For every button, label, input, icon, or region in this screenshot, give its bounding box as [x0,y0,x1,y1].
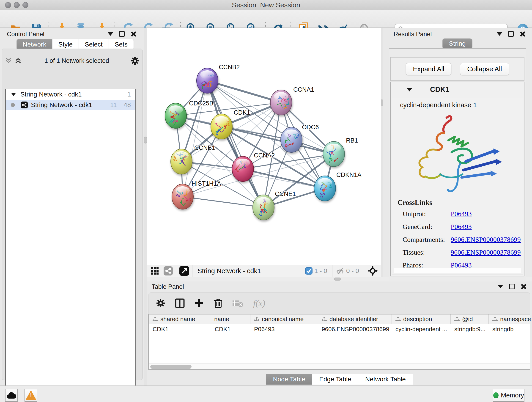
table-cell[interactable]: P06493 [250,324,318,334]
network-badge-icon[interactable] [164,266,173,275]
protein-node-CCNB2[interactable] [196,68,218,93]
current-network-name: String Network - cdk1 [197,267,261,275]
memory-button[interactable]: Memory [493,389,525,402]
protein-node-CDC6[interactable] [281,127,302,153]
function-builder-icon: f(x) [253,298,265,308]
column-header-@id[interactable]: @id [451,314,489,324]
network-options-gear-icon[interactable] [130,56,139,65]
table-hscrollbar-thumb[interactable] [150,365,191,369]
hidden-eye-icon[interactable] [336,267,344,275]
toolbar-separator [364,265,364,277]
splitter-handle[interactable] [334,278,341,281]
protein-node-CCNA1[interactable] [270,90,292,115]
panel-close-icon[interactable] [131,31,136,37]
protein-node-CDKN1A[interactable] [314,176,336,201]
window-minimize-button[interactable] [14,2,20,8]
grid-view-icon[interactable] [150,266,159,275]
crosslink-link[interactable]: 9606.ENSP00000378699 [451,249,521,256]
tab-string[interactable]: String [443,38,472,49]
collapse-all-button[interactable]: Collapse All [460,63,509,75]
table-row[interactable]: CDK1CDK1P064939606.ENSP00000378699cyclin… [149,324,530,334]
table-cell[interactable]: CDK1 [149,324,211,334]
table-cell[interactable]: cyclin-dependent ... [392,324,451,334]
tab-sets[interactable]: Sets [109,39,133,50]
column-header-database-identifier[interactable]: database identifier [318,314,392,324]
protein-description: cyclin-dependent kinase 1 [400,101,523,109]
protein-node-CCNA2[interactable] [232,155,254,182]
crosslink-link[interactable]: P06493 [451,210,472,218]
table-tabs: Node TableEdge TableNetwork Table [147,374,532,385]
protein-node-RB1[interactable] [323,141,345,167]
protein-node-CCNE1[interactable] [253,195,274,220]
table-cell[interactable]: 9606.ENSP00000378699 [318,324,392,334]
node-label-HIST1H1A: HIST1H1A [191,180,221,187]
panel-float-icon[interactable] [508,31,514,37]
panel-close-icon[interactable] [520,31,525,37]
column-header-shared-name[interactable]: shared name [149,314,211,324]
crosslink-link[interactable]: 9606.ENSP00000378699 [451,236,521,243]
panel-close-icon[interactable] [520,284,526,289]
expand-all-button[interactable]: Expand All [406,63,451,75]
birds-eye-view-icon[interactable] [179,266,189,276]
column-header-canonical-name[interactable]: canonical name [250,314,318,324]
window-zoom-button[interactable] [22,2,28,8]
crosslinks-title: CrossLinks [398,198,521,207]
network-edge-count: 48 [124,101,131,109]
protein-node-CDK1[interactable] [211,114,232,139]
table-panel-title: Table Panel [152,283,184,290]
protein-node-HIST1H1A[interactable] [172,184,193,209]
panel-menu-icon[interactable] [108,32,113,36]
tab-network[interactable]: Network [17,39,52,50]
vertical-splitter-left[interactable] [144,28,147,385]
network-tree: String Network - cdk1 1 String Network -… [5,89,136,400]
cdk1-section: CDK1 cyclin-dependent kinase 1 [390,82,525,276]
panel-menu-icon[interactable] [497,32,502,36]
column-header-name[interactable]: name [211,314,250,324]
panel-float-icon[interactable] [119,31,125,37]
expand-all-icon[interactable] [15,57,23,65]
panel-float-icon[interactable] [509,284,515,289]
column-header-description[interactable]: description [392,314,451,324]
column-header-label: namespace [500,316,531,323]
collection-count: 1 [127,91,131,98]
network-tab-content: 1 of 1 Network selected String Network -… [2,49,143,380]
results-scrollbar-track[interactable] [394,268,521,273]
tab-edge-table[interactable]: Edge Table [312,374,358,385]
column-header-label: name [214,316,229,323]
section-expander-icon[interactable] [407,88,412,91]
tab-select[interactable]: Select [79,39,109,50]
warnings-button[interactable]: ! [25,389,37,402]
add-column-plus-icon[interactable] [194,298,204,308]
selected-nodes-checkbox-icon[interactable] [305,267,312,274]
column-header-namespace[interactable]: namespace [489,314,532,324]
delete-column-trash-icon[interactable] [213,298,223,308]
node-table: shared namenamecanonical namedatabase id… [148,314,530,370]
status-bar: ! Memory [0,385,532,402]
window-close-button[interactable] [5,2,11,8]
fit-content-crosshair-icon[interactable] [367,266,378,276]
table-hscrollbar-track[interactable] [149,364,530,370]
network-row-selected[interactable]: String Network - cdk1 11 48 [6,100,135,110]
main-toolbar: ? [0,10,532,28]
table-cell[interactable]: stringdb:9... [451,324,489,334]
results-panel: Results Panel String Expand All Collapse… [383,28,532,277]
crosslink-link[interactable]: P06493 [451,223,472,230]
tab-node-table[interactable]: Node Table [266,374,312,385]
table-cell[interactable]: CDK1 [211,324,250,334]
collapse-all-icon[interactable] [5,57,13,65]
network-collection-row[interactable]: String Network - cdk1 1 [6,89,135,100]
collection-expander-icon[interactable] [11,93,16,96]
string-network-graph[interactable]: CCNB2CCNA1CDC25BCDK1CDC6RB1CCNB1CCNA2CDK… [147,28,381,265]
panel-menu-icon[interactable] [498,285,503,288]
cdk1-section-header[interactable]: CDK1 [391,82,524,97]
protein-node-CDC25B[interactable] [165,103,186,128]
table-options-gear-icon[interactable] [156,298,166,308]
protein-node-CCNB1[interactable] [171,149,192,174]
tab-network-table[interactable]: Network Table [358,374,413,385]
show-columns-icon[interactable] [175,298,185,308]
network-node-count: 11 [110,101,117,109]
network-view-canvas[interactable]: CCNB2CCNA1CDC25BCDK1CDC6RB1CCNB1CCNA2CDK… [147,28,381,265]
tab-style[interactable]: Style [52,39,79,50]
cloud-status-button[interactable] [5,389,18,402]
table-cell[interactable]: stringdb [489,324,532,334]
